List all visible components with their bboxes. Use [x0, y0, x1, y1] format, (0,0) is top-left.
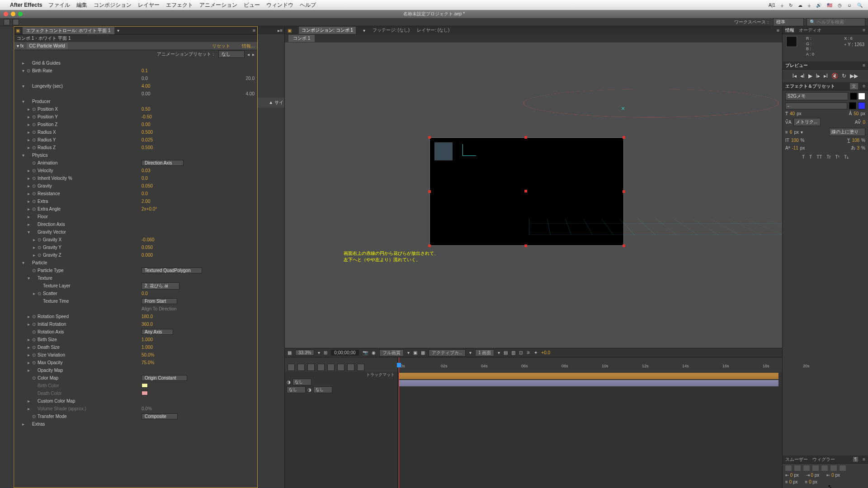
- minimize-button[interactable]: [11, 12, 15, 16]
- effect-controls-tab[interactable]: エフェクトコントロール: ホワイト 平面 1: [23, 27, 114, 34]
- property-row[interactable]: ▸⊙Position Z0.00: [17, 121, 255, 128]
- property-row[interactable]: ▸⊙Birth Size1.000: [17, 336, 255, 343]
- tab-composition[interactable]: コンポジション: コンポ 1: [299, 27, 356, 34]
- stopwatch-icon[interactable]: ⊙: [32, 322, 38, 327]
- tab-effects-presets[interactable]: エフェクト＆プリセット: [785, 83, 835, 89]
- property-row[interactable]: Texture TimeFrom Start: [17, 297, 255, 305]
- menu-edit[interactable]: 編集: [76, 1, 87, 9]
- layer-bar-1[interactable]: [399, 373, 778, 379]
- property-value[interactable]: 2.00: [142, 199, 255, 204]
- twirl-icon[interactable]: ▸: [28, 206, 32, 211]
- property-value[interactable]: 0.00: [142, 122, 255, 127]
- property-dropdown[interactable]: Origin Constant: [142, 375, 187, 381]
- twirl-icon[interactable]: ▸: [33, 245, 38, 250]
- align-left-icon[interactable]: [785, 465, 792, 471]
- property-row[interactable]: ▸⊙Gravity Y0.050: [17, 244, 255, 251]
- first-frame-button[interactable]: I◂: [793, 73, 797, 79]
- twirl-icon[interactable]: ▸: [28, 368, 32, 373]
- menu-view[interactable]: ビュー: [244, 1, 260, 9]
- twirl-icon[interactable]: ▸: [28, 222, 32, 227]
- stopwatch-icon[interactable]: ⊙: [32, 414, 38, 419]
- mode-eye-icon[interactable]: ◑: [307, 387, 311, 392]
- property-value[interactable]: 0.0: [142, 176, 255, 181]
- vscale-value[interactable]: 100: [791, 138, 799, 143]
- twirl-icon[interactable]: ▸: [28, 314, 32, 319]
- loop-button[interactable]: ↻: [842, 73, 846, 79]
- stopwatch-icon[interactable]: ⊙: [32, 145, 38, 150]
- twirl-icon[interactable]: ▸: [28, 322, 32, 327]
- twirl-icon[interactable]: ▸: [33, 237, 38, 242]
- breadcrumb[interactable]: コンポ 1: [288, 35, 315, 42]
- twirl-icon[interactable]: ▸: [28, 137, 32, 142]
- stopwatch-icon[interactable]: ⊙: [32, 329, 38, 334]
- twirl-icon[interactable]: ▸: [28, 352, 32, 357]
- twirl-icon[interactable]: ▾: [22, 99, 27, 104]
- hscale-value[interactable]: 108: [852, 138, 859, 143]
- color-picker-blue[interactable]: [858, 102, 865, 109]
- sync-icon[interactable]: ↻: [789, 3, 793, 8]
- tracking-value[interactable]: 0: [863, 120, 865, 125]
- tab-wiggler[interactable]: ウィグラー: [812, 456, 835, 463]
- property-row[interactable]: ▸⊙Inherit Velocity %0.0: [17, 174, 255, 182]
- tab-audio[interactable]: オーディオ: [799, 27, 821, 33]
- stopwatch-icon[interactable]: ⊙: [32, 183, 38, 188]
- twirl-icon[interactable]: ▸: [28, 130, 32, 135]
- tl-tool-6[interactable]: [337, 364, 344, 371]
- property-value[interactable]: -0.060: [142, 237, 255, 242]
- property-value[interactable]: 0.50: [142, 107, 255, 112]
- effect-name[interactable]: CC Particle World: [27, 43, 68, 49]
- property-row[interactable]: ▸⊙Extra Angle2x+0.0°: [17, 205, 255, 213]
- stopwatch-icon[interactable]: ⊙: [32, 122, 38, 127]
- stopwatch-icon[interactable]: ⊙: [38, 291, 43, 296]
- spotlight-icon[interactable]: 🔍: [857, 3, 863, 8]
- tab-footage[interactable]: フッテージ: (なし): [373, 27, 410, 33]
- twirl-icon[interactable]: ▸: [28, 168, 32, 173]
- stopwatch-icon[interactable]: ⊙: [32, 337, 38, 342]
- property-dropdown[interactable]: 2. 花びら.ai: [142, 282, 179, 290]
- property-value[interactable]: 50.0%: [142, 352, 255, 357]
- property-value[interactable]: 0.0: [142, 291, 255, 296]
- play-button[interactable]: ▶: [808, 73, 812, 79]
- resolution-select[interactable]: フル画質: [379, 349, 404, 357]
- menu-animation[interactable]: アニメーション: [199, 1, 237, 9]
- property-row[interactable]: Align To Direction: [17, 305, 255, 313]
- twirl-icon[interactable]: ▸: [28, 406, 32, 411]
- property-row[interactable]: ▸⊙Radius X0.500: [17, 128, 255, 136]
- tl-tool-7[interactable]: [347, 364, 354, 371]
- property-row[interactable]: ⊙Transfer ModeComposite: [17, 413, 255, 420]
- color-swatch[interactable]: [142, 383, 148, 388]
- property-row[interactable]: ▸⊙Extra2.00: [17, 197, 255, 205]
- property-row[interactable]: ▸Custom Color Map: [17, 397, 255, 405]
- para-menu-icon[interactable]: ≡: [863, 457, 865, 462]
- twirl-icon[interactable]: ▸: [22, 422, 27, 427]
- workspace-select[interactable]: 標準: [773, 18, 804, 26]
- property-row[interactable]: ▸⊙Velocity0.03: [17, 167, 255, 174]
- preset-next-icon[interactable]: ▸: [252, 52, 255, 57]
- stopwatch-icon[interactable]: ⊙: [32, 345, 38, 350]
- indent-right-value[interactable]: 0: [831, 473, 834, 478]
- zoom-button[interactable]: [18, 12, 23, 16]
- res-icon[interactable]: ⊞: [324, 350, 327, 355]
- property-value[interactable]: 0.0: [142, 191, 255, 196]
- property-dropdown[interactable]: Any Axis: [142, 329, 173, 335]
- property-value[interactable]: 1.000: [142, 337, 255, 342]
- property-value[interactable]: 0.050: [142, 183, 255, 188]
- twirl-icon[interactable]: ▸: [28, 114, 32, 119]
- property-row[interactable]: ▸⊙Size Variation50.0%: [17, 351, 255, 359]
- property-value[interactable]: 0.500: [142, 130, 255, 135]
- property-row[interactable]: ▸⊙Resistance0.0: [17, 190, 255, 197]
- property-row[interactable]: ▸⊙Initial Rotation360.0: [17, 320, 255, 328]
- stopwatch-icon[interactable]: ⊙: [32, 191, 38, 196]
- prev-frame-button[interactable]: ◂I: [800, 73, 804, 79]
- tab-smoother[interactable]: スムーザー: [785, 456, 808, 463]
- wifi-icon[interactable]: ⏚: [781, 3, 783, 8]
- property-value[interactable]: Align To Direction: [142, 306, 255, 311]
- last-frame-button[interactable]: ▸I: [824, 73, 828, 79]
- stroke-style-select[interactable]: 線の上に塗り: [829, 128, 865, 136]
- channel-icon[interactable]: ◉: [372, 350, 376, 355]
- stopwatch-icon[interactable]: ⊙: [32, 114, 38, 119]
- mute-button[interactable]: 🔇: [831, 73, 838, 79]
- menu-layer[interactable]: レイヤー: [138, 1, 160, 9]
- help-search-input[interactable]: 🔍 ヘルプを検索: [807, 18, 865, 26]
- stopwatch-icon[interactable]: ⊙: [32, 107, 38, 112]
